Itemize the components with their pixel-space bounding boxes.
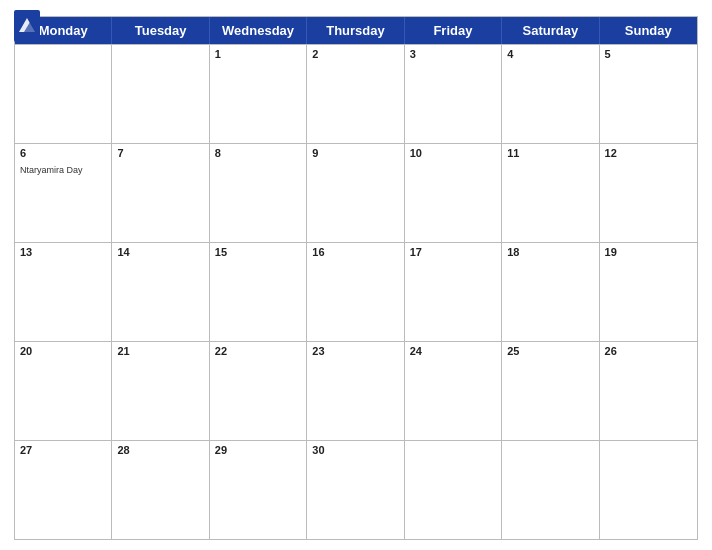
calendar-cell — [405, 441, 502, 539]
calendar-cell: 4 — [502, 45, 599, 143]
cell-date-number: 3 — [410, 48, 496, 60]
calendar-page: MondayTuesdayWednesdayThursdayFridaySatu… — [0, 0, 712, 550]
calendar-cell: 18 — [502, 243, 599, 341]
calendar-cell: 29 — [210, 441, 307, 539]
calendar-week-4: 20212223242526 — [15, 341, 697, 440]
cell-date-number: 21 — [117, 345, 203, 357]
calendar-cell: 10 — [405, 144, 502, 242]
calendar-cell: 25 — [502, 342, 599, 440]
calendar-cell: 20 — [15, 342, 112, 440]
calendar-cell: 11 — [502, 144, 599, 242]
cell-date-number: 4 — [507, 48, 593, 60]
calendar-cell: 3 — [405, 45, 502, 143]
cell-date-number: 18 — [507, 246, 593, 258]
cell-date-number: 30 — [312, 444, 398, 456]
calendar-cell: 27 — [15, 441, 112, 539]
cell-date-number: 10 — [410, 147, 496, 159]
calendar-cell: 16 — [307, 243, 404, 341]
calendar-body: 123456Ntaryamira Day78910111213141516171… — [15, 44, 697, 539]
cell-date-number: 9 — [312, 147, 398, 159]
calendar-cell: 24 — [405, 342, 502, 440]
calendar-cell — [600, 441, 697, 539]
day-header-friday: Friday — [405, 17, 502, 44]
calendar-cell: 1 — [210, 45, 307, 143]
calendar-cell — [502, 441, 599, 539]
calendar-cell: 26 — [600, 342, 697, 440]
cell-date-number: 12 — [605, 147, 692, 159]
logo — [14, 10, 44, 42]
calendar-cell: 15 — [210, 243, 307, 341]
cell-date-number: 26 — [605, 345, 692, 357]
calendar-cell: 28 — [112, 441, 209, 539]
calendar-cell: 30 — [307, 441, 404, 539]
calendar-cell — [15, 45, 112, 143]
cell-date-number: 8 — [215, 147, 301, 159]
cell-date-number: 6 — [20, 147, 106, 159]
calendar-cell: 14 — [112, 243, 209, 341]
cell-date-number: 27 — [20, 444, 106, 456]
cell-date-number: 29 — [215, 444, 301, 456]
calendar-cell — [112, 45, 209, 143]
cell-date-number: 5 — [605, 48, 692, 60]
calendar-cell: 21 — [112, 342, 209, 440]
calendar-week-2: 6Ntaryamira Day789101112 — [15, 143, 697, 242]
calendar-week-5: 27282930 — [15, 440, 697, 539]
cell-date-number: 2 — [312, 48, 398, 60]
day-header-wednesday: Wednesday — [210, 17, 307, 44]
day-header-thursday: Thursday — [307, 17, 404, 44]
calendar-cell: 8 — [210, 144, 307, 242]
calendar-cell: 17 — [405, 243, 502, 341]
cell-event-label: Ntaryamira Day — [20, 165, 83, 175]
calendar-cell: 2 — [307, 45, 404, 143]
day-header-sunday: Sunday — [600, 17, 697, 44]
cell-date-number: 13 — [20, 246, 106, 258]
calendar-cell: 19 — [600, 243, 697, 341]
cell-date-number: 25 — [507, 345, 593, 357]
calendar-header-row: MondayTuesdayWednesdayThursdayFridaySatu… — [15, 17, 697, 44]
calendar-cell: 22 — [210, 342, 307, 440]
calendar-week-3: 13141516171819 — [15, 242, 697, 341]
cell-date-number: 11 — [507, 147, 593, 159]
cell-date-number: 22 — [215, 345, 301, 357]
calendar-cell: 5 — [600, 45, 697, 143]
calendar-cell: 12 — [600, 144, 697, 242]
cell-date-number: 14 — [117, 246, 203, 258]
calendar-cell: 23 — [307, 342, 404, 440]
logo-bird-icon — [14, 10, 40, 42]
cell-date-number: 19 — [605, 246, 692, 258]
calendar-cell: 7 — [112, 144, 209, 242]
calendar-week-1: 12345 — [15, 44, 697, 143]
cell-date-number: 17 — [410, 246, 496, 258]
calendar-cell: 13 — [15, 243, 112, 341]
calendar-cell: 6Ntaryamira Day — [15, 144, 112, 242]
cell-date-number: 20 — [20, 345, 106, 357]
cell-date-number: 23 — [312, 345, 398, 357]
day-header-tuesday: Tuesday — [112, 17, 209, 44]
day-header-saturday: Saturday — [502, 17, 599, 44]
calendar-cell: 9 — [307, 144, 404, 242]
cell-date-number: 28 — [117, 444, 203, 456]
cell-date-number: 7 — [117, 147, 203, 159]
cell-date-number: 1 — [215, 48, 301, 60]
cell-date-number: 15 — [215, 246, 301, 258]
calendar-grid: MondayTuesdayWednesdayThursdayFridaySatu… — [14, 16, 698, 540]
cell-date-number: 24 — [410, 345, 496, 357]
cell-date-number: 16 — [312, 246, 398, 258]
